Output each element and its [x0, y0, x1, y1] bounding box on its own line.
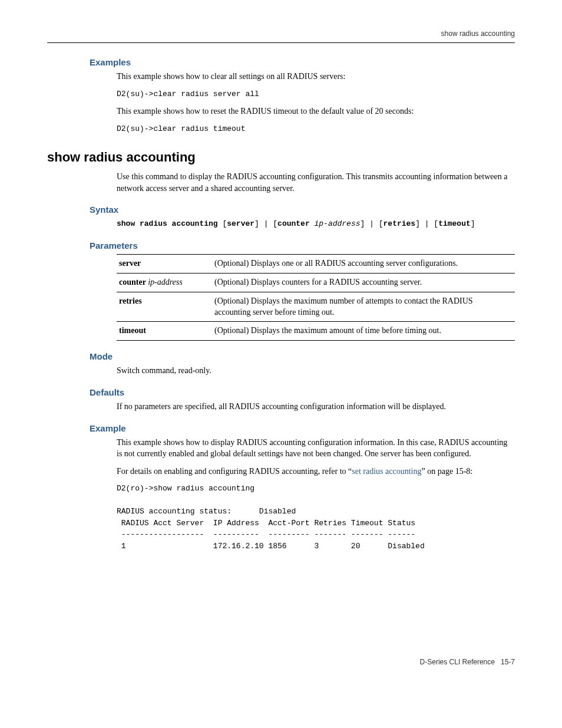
examples-p2: This example shows how to reset the RADI…: [117, 106, 515, 117]
footer-ref: D-Series CLI Reference: [420, 658, 495, 666]
syntax-ip: ip-address: [315, 219, 361, 228]
page: show radius accounting Examples This exa…: [0, 0, 562, 701]
syntax-cmd: show radius accounting: [117, 219, 218, 228]
param-desc: (Optional) Displays the maximum amount o…: [212, 322, 515, 341]
param-desc: (Optional) Displays counters for a RADIU…: [212, 273, 515, 292]
defaults-text: If no parameters are specified, all RADI…: [117, 401, 515, 413]
mode-heading: Mode: [90, 351, 515, 361]
example-p2b: ” on page 15-8:: [421, 467, 472, 476]
parameters-table: server (Optional) Displays one or all RA…: [117, 254, 515, 341]
table-row: timeout (Optional) Displays the maximum …: [117, 322, 515, 341]
page-footer: D-Series CLI Reference 15-7: [47, 658, 515, 666]
syntax-timeout: timeout: [438, 219, 471, 228]
table-row: server (Optional) Displays one or all RA…: [117, 254, 515, 273]
syntax-bracket: [: [218, 219, 227, 228]
syntax-bracket: ]: [471, 219, 475, 228]
example-output: D2(ro)->show radius accounting RADIUS ac…: [117, 483, 515, 552]
param-var: ip-address: [148, 278, 183, 286]
set-radius-accounting-link[interactable]: set radius accounting: [352, 467, 421, 476]
param-key: counter: [119, 278, 146, 286]
parameters-heading: Parameters: [90, 241, 515, 251]
mode-text: Switch command, read-only.: [117, 365, 515, 377]
syntax-retries: retries: [384, 219, 416, 228]
examples-code-2: D2(su)->clear radius timeout: [117, 123, 515, 135]
param-desc: (Optional) Displays one or all RADIUS ac…: [212, 254, 515, 273]
examples-code-1: D2(su)->clear radius server all: [117, 88, 515, 100]
param-key: retries: [119, 297, 142, 305]
table-row: counter ip-address (Optional) Displays c…: [117, 273, 515, 292]
param-key: timeout: [119, 326, 146, 335]
example-p2a: For details on enabling and configuring …: [117, 467, 352, 476]
examples-section: Examples This example shows how to clear…: [90, 57, 515, 134]
syntax-counter: counter: [277, 219, 310, 228]
syntax-bracket: ] | [: [361, 219, 384, 228]
examples-heading: Examples: [90, 57, 515, 67]
table-row: retries (Optional) Displays the maximum …: [117, 292, 515, 322]
param-desc: (Optional) Displays the maximum number o…: [212, 292, 515, 322]
syntax-line: show radius accounting [server] | [count…: [117, 218, 515, 230]
command-title: show radius accounting: [47, 150, 515, 165]
param-key: server: [119, 259, 141, 268]
examples-p1: This example shows how to clear all sett…: [117, 71, 515, 83]
example-heading: Example: [90, 423, 515, 433]
syntax-heading: Syntax: [90, 205, 515, 215]
running-header: show radius accounting: [47, 29, 515, 43]
syntax-bracket: ] | [: [254, 219, 277, 228]
example-p2: For details on enabling and configuring …: [117, 466, 515, 477]
defaults-heading: Defaults: [90, 387, 515, 397]
command-description: Use this command to display the RADIUS a…: [117, 171, 515, 194]
syntax-server: server: [227, 219, 254, 228]
example-p1: This example shows how to display RADIUS…: [117, 437, 515, 460]
syntax-bracket: ] | [: [415, 219, 438, 228]
syntax-space: [310, 219, 315, 228]
footer-page: 15-7: [501, 658, 515, 666]
